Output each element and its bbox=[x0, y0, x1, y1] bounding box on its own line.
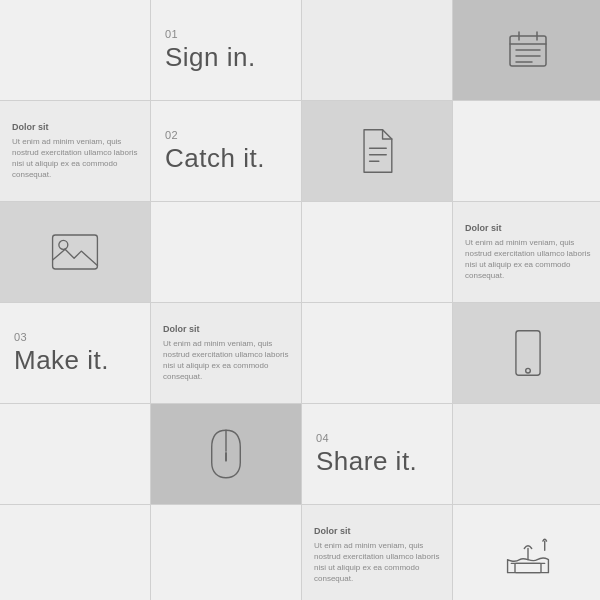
calendar-icon bbox=[504, 26, 552, 74]
cell-calendar-icon bbox=[453, 0, 600, 100]
cell-phone-icon bbox=[453, 303, 600, 403]
cell-cake-icon bbox=[453, 505, 600, 600]
cell-r2c4 bbox=[453, 101, 600, 201]
step3-number: 03 bbox=[14, 331, 27, 343]
cell-document-icon bbox=[302, 101, 452, 201]
text-block-cell-1: Dolor sit Ut enim ad minim veniam, quis … bbox=[0, 101, 150, 201]
text-block-cell-4: Dolor sit Ut enim ad minim veniam, quis … bbox=[302, 505, 452, 600]
step2-title-cell: 02 Catch it. bbox=[151, 101, 301, 201]
svg-point-11 bbox=[59, 240, 68, 249]
cell-r1c1 bbox=[0, 0, 150, 100]
image-icon bbox=[49, 231, 101, 273]
text-label-1: Dolor sit bbox=[12, 122, 138, 132]
cake-icon bbox=[502, 533, 554, 577]
svg-rect-15 bbox=[515, 563, 541, 572]
cell-r6c1 bbox=[0, 505, 150, 600]
phone-icon bbox=[512, 327, 544, 379]
svg-point-13 bbox=[526, 368, 531, 373]
text-block-cell-3: Dolor sit Ut enim ad minim veniam, quis … bbox=[151, 303, 301, 403]
cell-image-icon bbox=[0, 202, 150, 302]
text-label-3: Dolor sit bbox=[163, 324, 289, 334]
step3-name: Make it. bbox=[14, 345, 109, 376]
step2-name: Catch it. bbox=[165, 143, 265, 174]
text-label-2: Dolor sit bbox=[465, 223, 591, 233]
step3-title-cell: 03 Make it. bbox=[0, 303, 150, 403]
step4-title-cell: 04 Share it. bbox=[302, 404, 452, 504]
step2-number: 02 bbox=[165, 129, 178, 141]
cell-r3c2 bbox=[151, 202, 301, 302]
cell-r4c3 bbox=[302, 303, 452, 403]
step1-name: Sign in. bbox=[165, 42, 256, 73]
text-body-1: Ut enim ad minim veniam, quis nostrud ex… bbox=[12, 136, 138, 181]
cell-r5c4 bbox=[453, 404, 600, 504]
main-grid: 01 Sign in. Dolor sit Ut enim ad minim v… bbox=[0, 0, 600, 600]
step1-title-cell: 01 Sign in. bbox=[151, 0, 301, 100]
cell-r5c1 bbox=[0, 404, 150, 504]
cell-r6c2 bbox=[151, 505, 301, 600]
text-body-4: Ut enim ad minim veniam, quis nostrud ex… bbox=[314, 540, 440, 585]
cell-r1c3 bbox=[302, 0, 452, 100]
document-icon bbox=[355, 126, 399, 176]
text-body-2: Ut enim ad minim veniam, quis nostrud ex… bbox=[465, 237, 591, 282]
step4-number: 04 bbox=[316, 432, 329, 444]
cell-r3c3 bbox=[302, 202, 452, 302]
mouse-icon bbox=[206, 426, 246, 482]
text-label-4: Dolor sit bbox=[314, 526, 440, 536]
cell-mouse-icon bbox=[151, 404, 301, 504]
text-block-cell-2: Dolor sit Ut enim ad minim veniam, quis … bbox=[453, 202, 600, 302]
step4-name: Share it. bbox=[316, 446, 417, 477]
text-body-3: Ut enim ad minim veniam, quis nostrud ex… bbox=[163, 338, 289, 383]
step1-number: 01 bbox=[165, 28, 178, 40]
svg-rect-10 bbox=[53, 235, 98, 269]
